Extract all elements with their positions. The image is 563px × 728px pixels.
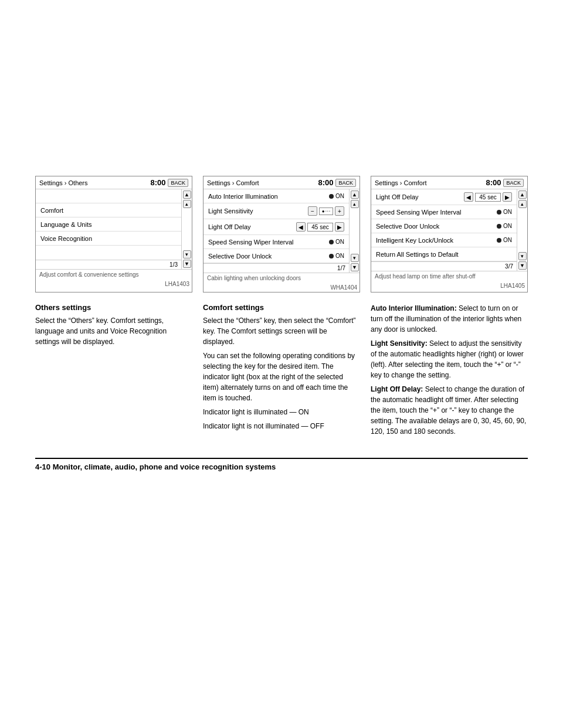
screen-body-2: Auto Interior Illumination ON Light Sens…: [204, 189, 359, 273]
label-return-defaults: Return All Settings to Default: [376, 251, 459, 258]
scrollbar-1: ▲ ▴ ▾ ▼: [181, 189, 192, 269]
list-item-speed-sensing-2[interactable]: Speed Sensing Wiper Interval ON: [204, 235, 349, 249]
list-item-selective-door-3[interactable]: Selective Door Unlock ON: [371, 219, 517, 233]
time-1: 8:00: [150, 178, 165, 187]
list-item-speed-sensing-3[interactable]: Speed Sensing Wiper Interval ON: [371, 205, 517, 219]
screen-caption-2: WHA1404: [204, 283, 359, 292]
list-item-light-off-delay-2[interactable]: Light Off Delay ◀ 45 sec ▶: [204, 219, 349, 235]
body-text-comfort-1: You can set the following operating cond…: [203, 351, 360, 403]
body-text-others-0: Select the “Others” key. Comfort setting…: [35, 315, 192, 347]
scroll-up-btn-1[interactable]: ▲: [183, 190, 191, 199]
page-content: Settings › Others 8:00 BACK Comfort Lang…: [12, 12, 551, 483]
scroll-down2-btn-1[interactable]: ▾: [183, 250, 191, 258]
on-text-speed-2: ON: [335, 239, 344, 245]
label-light-off-delay-2: Light Off Delay: [208, 223, 251, 230]
screen-body-3: Light Off Delay ◀ 45 sec ▶ Speed Sensing…: [371, 189, 527, 271]
breadcrumb-2: Settings › Comfort: [207, 179, 259, 186]
on-indicator-speed-3: ON: [497, 209, 512, 215]
on-text-auto: ON: [335, 193, 344, 199]
on-text-selective-3: ON: [503, 223, 512, 229]
list-item-label-comfort: Comfort: [40, 207, 63, 214]
sensitivity-minus-btn[interactable]: −: [308, 206, 317, 216]
light-off-delay-bold-label: Light Off Delay:: [371, 385, 423, 393]
scrollbar-3: ▲ ▴ ▾ ▼: [517, 189, 527, 271]
dot-s3: •: [327, 209, 328, 213]
sensitivity-plus-btn[interactable]: +: [335, 206, 344, 216]
screen-header-1: Settings › Others 8:00 BACK: [36, 176, 192, 189]
back-button-1[interactable]: BACK: [168, 179, 188, 187]
label-auto-illumination: Auto Interior Illumination: [208, 193, 278, 200]
scroll-down-btn-2[interactable]: ▼: [351, 263, 359, 271]
bottom-bar: 4-10 Monitor, climate, audio, phone and …: [35, 458, 528, 471]
list-item-auto-illumination[interactable]: Auto Interior Illumination ON: [204, 189, 349, 203]
section-title-comfort: Comfort settings: [203, 303, 360, 312]
list-item-voice[interactable]: Voice Recognition: [36, 232, 181, 246]
body-text-light-sens: Light Sensitivity: Select to adjust the …: [371, 338, 528, 380]
on-text-ik: ON: [503, 237, 512, 243]
list-item-light-off-delay-3[interactable]: Light Off Delay ◀ 45 sec ▶: [371, 189, 517, 205]
scroll-down2-btn-3[interactable]: ▾: [518, 252, 527, 260]
back-button-3[interactable]: BACK: [503, 179, 524, 187]
on-indicator-speed-2: ON: [329, 239, 344, 245]
list-item-light-sensitivity[interactable]: Light Sensitivity − ● • • • +: [204, 203, 349, 219]
scroll-up2-btn-1[interactable]: ▴: [183, 200, 191, 208]
list-item-label-language: Language & Units: [40, 221, 91, 228]
screen-footer-3: Adjust head lamp on time after shut-off: [371, 271, 527, 281]
page-indicator-3: 3/7: [371, 261, 517, 271]
list-item-intelligent-key[interactable]: Intelligent Key Lock/Unlock ON: [371, 233, 517, 247]
screen-caption-3: LHA1405: [371, 281, 527, 290]
on-indicator-ik: ON: [497, 237, 512, 243]
dot-selective-2: [329, 254, 334, 258]
screen-header-2: Settings › Comfort 8:00 BACK: [204, 176, 359, 189]
label-light-sensitivity: Light Sensitivity: [208, 207, 253, 215]
bottom-bar-text: 4-10 Monitor, climate, audio, phone and …: [35, 462, 276, 471]
screen-list-3: Light Off Delay ◀ 45 sec ▶ Speed Sensing…: [371, 189, 517, 271]
page-indicator-1: 1/3: [36, 260, 181, 269]
label-speed-sensing-2: Speed Sensing Wiper Interval: [208, 239, 294, 246]
delay-value-2: 45 sec: [307, 223, 333, 232]
body-text-comfort-3: Indicator light is not illuminated — OFF: [203, 421, 360, 431]
scroll-down2-btn-2[interactable]: ▾: [351, 254, 359, 262]
dot-selective-3: [497, 224, 501, 229]
screen-list-1: Comfort Language & Units Voice Recogniti…: [36, 189, 181, 269]
list-item-language[interactable]: Language & Units: [36, 217, 181, 232]
scrollbar-2: ▲ ▴ ▾ ▼: [349, 189, 359, 273]
time-2: 8:00: [318, 178, 333, 187]
on-indicator-selective-3: ON: [497, 223, 512, 229]
scroll-down-btn-3[interactable]: ▼: [518, 261, 527, 270]
scroll-up-btn-3[interactable]: ▲: [518, 190, 527, 199]
body-text-auto-0: Auto Interior Illumination: Select to tu…: [371, 303, 528, 335]
dot-speed-2: [329, 240, 334, 244]
delay-right-btn-3[interactable]: ▶: [503, 192, 512, 202]
dot-s2: •: [325, 209, 327, 213]
screen-footer-2: Cabin lighting when unlocking doors: [204, 273, 359, 283]
back-button-2[interactable]: BACK: [335, 179, 356, 187]
dot-s1: ●: [322, 209, 325, 214]
scroll-up2-btn-3[interactable]: ▴: [518, 200, 527, 208]
delay-ctrl-2: ◀ 45 sec ▶: [296, 222, 344, 232]
breadcrumb-3: Settings › Comfort: [375, 179, 427, 186]
on-text-selective-2: ON: [335, 253, 344, 259]
screen-caption-1: LHA1403: [36, 280, 192, 288]
list-item-return-defaults[interactable]: Return All Settings to Default: [371, 247, 517, 261]
delay-right-btn-2[interactable]: ▶: [335, 222, 344, 232]
list-item-comfort[interactable]: Comfort: [36, 203, 181, 217]
header-right-2: 8:00 BACK: [318, 178, 356, 187]
label-intelligent-key: Intelligent Key Lock/Unlock: [376, 237, 453, 244]
text-col-auto: Auto Interior Illumination: Select to tu…: [371, 303, 528, 440]
list-item-selective-door-2[interactable]: Selective Door Unlock ON: [204, 249, 349, 263]
delay-left-btn-3[interactable]: ◀: [464, 192, 473, 202]
screen-header-3: Settings › Comfort 8:00 BACK: [371, 176, 527, 189]
screen-panel-wha1404: Settings › Comfort 8:00 BACK Auto Interi…: [203, 176, 360, 292]
delay-left-btn-2[interactable]: ◀: [296, 222, 306, 232]
scroll-down-btn-1[interactable]: ▼: [183, 260, 191, 268]
screen-panel-lha1403: Settings › Others 8:00 BACK Comfort Lang…: [35, 176, 192, 292]
scroll-up2-btn-2[interactable]: ▴: [351, 200, 359, 208]
scroll-up-btn-2[interactable]: ▲: [351, 190, 359, 199]
label-speed-sensing-3: Speed Sensing Wiper Interval: [376, 209, 462, 216]
header-right-1: 8:00 BACK: [150, 178, 188, 187]
light-sensitivity-bold-label: Light Sensitivity:: [371, 339, 428, 348]
body-text-comfort-0: Select the “Others” key, then select the…: [203, 315, 360, 347]
dot-speed-3: [497, 210, 501, 215]
screen-list-2: Auto Interior Illumination ON Light Sens…: [204, 189, 349, 273]
